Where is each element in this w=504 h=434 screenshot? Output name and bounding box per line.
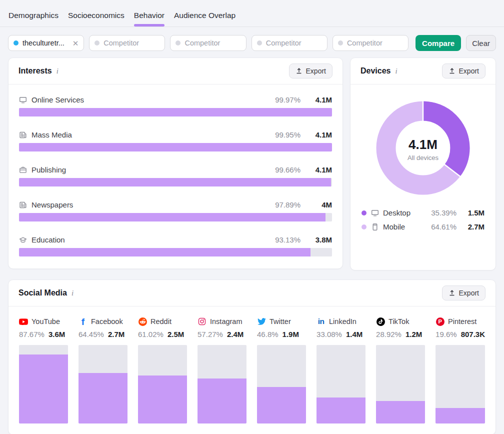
devices-total-label: All devices	[408, 154, 438, 162]
interest-percent: 99.66%	[275, 166, 300, 174]
social-column-linkedin: in LinkedIn 33.08% 1.4M	[316, 316, 366, 424]
social-column-instagram: Instagram 57.27% 2.4M	[198, 316, 246, 424]
social-bar-track	[19, 345, 68, 424]
twitter-icon	[257, 318, 266, 325]
competitor-dot-icon	[338, 40, 343, 46]
info-icon[interactable]	[72, 289, 74, 298]
social-bar-track	[316, 345, 366, 424]
interest-percent: 93.13%	[275, 236, 300, 244]
export-label: Export	[306, 67, 326, 75]
devices-title: Devices	[360, 66, 391, 76]
social-value: 1.2M	[406, 330, 422, 338]
news-icon	[19, 201, 27, 209]
interest-bar-fill	[19, 248, 310, 256]
interests-card: Interests Export Online Services 99.97% …	[8, 58, 343, 269]
interests-header: Interests Export	[8, 58, 342, 84]
social-media-card: Social Media Export YouTube 87.67% 3.6M	[8, 280, 496, 434]
social-percent: 64.45%	[78, 330, 104, 338]
competitor-input-1[interactable]	[89, 35, 165, 51]
social-value: 2.7M	[108, 330, 124, 338]
social-percent: 19.6%	[436, 330, 457, 338]
tab-audience-overlap[interactable]: Audience Overlap	[174, 11, 236, 26]
interests-export-button[interactable]: Export	[289, 64, 332, 78]
domain-dot-icon	[14, 40, 18, 46]
devices-export-button[interactable]: Export	[442, 64, 486, 78]
section-tabs: Demographics Socioeconomics Behavior Aud…	[0, 0, 504, 27]
news-icon	[19, 131, 27, 139]
social-bar-track	[376, 345, 425, 424]
legend-value: 1.5M	[462, 208, 484, 217]
interest-bar-track	[19, 213, 332, 222]
instagram-icon	[198, 318, 206, 326]
interest-value: 4M	[310, 200, 332, 209]
interest-value: 4.1M	[310, 166, 332, 174]
social-bar-track	[436, 345, 485, 424]
social-column-twitter: Twitter 46.8% 1.9M	[257, 316, 306, 424]
social-platform-name: Reddit	[150, 318, 172, 326]
tiktok-icon	[376, 318, 385, 326]
linkedin-icon: in	[316, 318, 326, 326]
selected-domain-chip[interactable]: theculturetr... ✕	[8, 35, 84, 51]
tab-behavior[interactable]: Behavior	[134, 11, 164, 26]
legend-value: 2.7M	[462, 222, 484, 231]
devices-donut-chart: 4.1M All devices	[376, 100, 470, 198]
legend-percent: 35.39%	[431, 208, 456, 217]
interest-bar-track	[19, 143, 332, 152]
social-bar-fill	[436, 408, 485, 424]
legend-label: Desktop	[383, 208, 410, 217]
close-icon[interactable]: ✕	[72, 40, 79, 47]
interest-label: Online Services	[32, 96, 84, 104]
devices-card: Devices Export 4.1M All devices	[350, 58, 496, 270]
interest-value: 3.8M	[310, 236, 332, 244]
competitor-dot-icon	[257, 40, 262, 46]
social-bar-track	[257, 345, 306, 424]
info-icon[interactable]	[56, 67, 58, 76]
desktop-legend-dot	[362, 210, 366, 216]
interest-row: Newspapers 97.89% 4M	[19, 200, 332, 222]
social-column-pinterest: P Pinterest 19.6% 807.3K	[436, 316, 485, 424]
competitor-field-4[interactable]	[347, 39, 403, 47]
interest-percent: 97.89%	[275, 200, 300, 209]
competitor-field-1[interactable]	[104, 39, 160, 47]
legend-row-mobile: Mobile 64.61% 2.7M	[362, 222, 484, 231]
mobile-icon	[371, 223, 379, 231]
competitor-input-3[interactable]	[252, 35, 328, 51]
social-column-reddit: Reddit 61.02% 2.5M	[138, 316, 187, 424]
social-platform-name: Twitter	[270, 318, 291, 326]
interest-bar-fill	[19, 143, 332, 152]
social-platform-name: Pinterest	[448, 318, 476, 326]
info-icon[interactable]	[396, 67, 398, 76]
social-percent: 87.67%	[19, 330, 44, 338]
social-bar-track	[138, 345, 187, 424]
interest-bar-fill	[19, 108, 332, 116]
devices-header: Devices Export	[350, 58, 496, 84]
competitor-input-2[interactable]	[170, 35, 246, 51]
competitor-field-3[interactable]	[266, 39, 322, 47]
graduation-cap-icon	[19, 236, 27, 244]
social-header: Social Media Export	[8, 280, 496, 306]
competitor-dot-icon	[176, 40, 180, 46]
social-bar-fill	[257, 387, 306, 424]
interest-label: Newspapers	[32, 200, 73, 209]
tab-demographics[interactable]: Demographics	[8, 11, 58, 26]
social-platform-name: YouTube	[32, 318, 60, 326]
monitor-icon	[19, 96, 27, 104]
social-platform-name: TikTok	[388, 318, 409, 326]
legend-row-desktop: Desktop 35.39% 1.5M	[362, 208, 484, 217]
interests-title: Interests	[18, 66, 52, 76]
social-bar-track	[78, 345, 128, 424]
social-bar-track	[198, 345, 246, 424]
social-value: 2.4M	[227, 330, 244, 338]
social-value: 1.9M	[282, 330, 299, 338]
tab-socioeconomics[interactable]: Socioeconomics	[68, 11, 124, 26]
social-value: 1.4M	[346, 330, 362, 338]
competitor-input-4[interactable]	[332, 35, 408, 51]
compare-button[interactable]: Compare	[416, 35, 461, 51]
clear-button[interactable]: Clear	[466, 35, 496, 51]
interest-percent: 99.97%	[275, 96, 300, 104]
competitor-field-2[interactable]	[184, 39, 240, 47]
comparison-filter-row: theculturetr... ✕ Compare Clear	[0, 27, 504, 51]
social-export-button[interactable]: Export	[442, 286, 486, 300]
social-value: 3.6M	[48, 330, 65, 338]
interest-bar-track	[19, 248, 332, 256]
